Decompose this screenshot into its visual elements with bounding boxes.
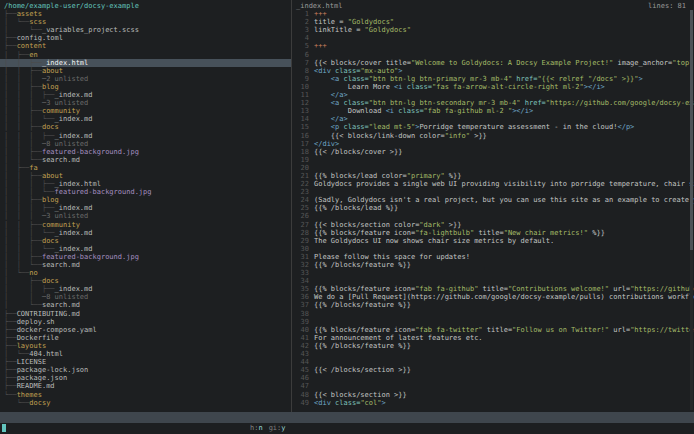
code-segment: ></i> (512, 107, 533, 115)
tree-item-label: _index.md (55, 115, 93, 123)
tree-row[interactable]: │ │ ├──featured-background.jpg (0, 253, 291, 261)
code-segment: "Goldydocs" (365, 26, 411, 34)
tree-guides: │ │ ├── (4, 59, 42, 67)
code-segment: Goldydocs provides a single web UI provi… (314, 180, 694, 188)
code-line: 20 (292, 164, 694, 172)
line-number: 9 (296, 75, 309, 83)
code-segment: href= (512, 75, 537, 83)
tree-root-path[interactable]: /home/example-user/docsy-example (0, 2, 291, 10)
code-segment: Learn More (314, 83, 394, 91)
tree-row[interactable]: │ │ │ ├──_index.md (0, 132, 291, 140)
tree-row[interactable]: └──docsy (0, 399, 291, 407)
tree-row[interactable]: ├──CONTRIBUTING.md (0, 310, 291, 318)
panels: /home/example-user/docsy-example├──asset… (0, 0, 694, 412)
code-segment: {{% blocks/feature icon= (314, 326, 415, 334)
tree-row[interactable]: │ │ ├──docs (0, 123, 291, 131)
tree-item-label: _index.md (55, 285, 93, 293)
preview-scrollbar-thumb[interactable] (690, 10, 693, 250)
tree-item-label: _index.md (55, 229, 93, 237)
tree-row[interactable]: │ │ ├──blog (0, 196, 291, 204)
tree-row[interactable]: │ ├──docs (0, 277, 291, 285)
tree-row[interactable]: │ └──404.html (0, 350, 291, 358)
code-segment: "Goldydocs" (348, 18, 394, 26)
tree-row[interactable]: │ │ │ ├──_index.md (0, 204, 291, 212)
tree-row[interactable]: │ ├──fa (0, 164, 291, 172)
code-segment (314, 75, 331, 83)
tree-row[interactable]: │ │ ├──_index.html (0, 59, 291, 67)
tree-row[interactable]: │ │ │ ─3 unlisted (0, 99, 291, 107)
tree-row[interactable]: │ │ ├──community (0, 221, 291, 229)
code-line: 21{{% blocks/lead color="primary" %}} (292, 172, 694, 180)
tree-row[interactable]: │ └──search.md (0, 301, 291, 309)
code-line: 12 <a class="btn btn-lg btn-secondary mr… (292, 99, 694, 107)
tree-row[interactable]: │ └──_variables_project.scss (0, 26, 291, 34)
tree-row[interactable]: │ │ ├──docs (0, 237, 291, 245)
tree-row[interactable]: ├──Dockerfile (0, 334, 291, 342)
tree-row[interactable]: │ │ ─8 unlisted (0, 293, 291, 301)
search-input[interactable]: h:ngi:y (0, 423, 694, 434)
tree-row[interactable]: ├──config.toml (0, 34, 291, 42)
tree-row[interactable]: ├──content (0, 42, 291, 50)
line-number: 10 (296, 83, 309, 91)
tree-row[interactable]: │ │ │ └──_index.md (0, 115, 291, 123)
tree-row[interactable]: │ │ │ ├──_index.md (0, 91, 291, 99)
line-number: 13 (296, 107, 309, 115)
tree-guides: ├── (4, 382, 17, 390)
tree-row[interactable]: │ │ ├──about (0, 172, 291, 180)
tree-row[interactable]: ├──package.json (0, 374, 291, 382)
tree-guides: │ │ ├── (4, 83, 42, 91)
tree-row[interactable]: │ │ ├──featured-background.jpg (0, 148, 291, 156)
tree-item-label: CONTRIBUTING.md (17, 310, 80, 318)
code-line: 7{{< blocks/cover title="Welcome to Gold… (292, 59, 694, 67)
tree-row[interactable]: ├──README.md (0, 382, 291, 390)
tree-row[interactable]: │ │ │ ─3 unlisted (0, 212, 291, 220)
preview-code: 1+++2title = "Goldydocs"3linkTitle = "Go… (292, 10, 694, 407)
code-segment: %}} (588, 229, 605, 237)
tree-row[interactable]: └──themes (0, 391, 291, 399)
code-segment: The Goldydocs UI now shows chair size me… (314, 237, 554, 245)
tree-row[interactable]: ├──LICENSE (0, 358, 291, 366)
code-line: 41For announcement of latest features et… (292, 334, 694, 342)
line-number: 49 (296, 399, 309, 407)
tree-row[interactable]: │ │ │ ─8 unlisted (0, 140, 291, 148)
tree-item-label: _index.html (42, 59, 88, 67)
code-line: 17</div> (292, 140, 694, 148)
tree-row[interactable]: │ │ ├──community (0, 107, 291, 115)
tree-row[interactable]: ├──layouts (0, 342, 291, 350)
line-number: 32 (296, 261, 309, 269)
tree-item-label: README.md (17, 382, 55, 390)
code-segment: "Follow us on Twitter!" (512, 326, 609, 334)
tree-row[interactable]: │ │ │ └──featured-background.jpg (0, 188, 291, 196)
tree-row[interactable]: │ │ ├──about (0, 67, 291, 75)
tree-row[interactable]: │ │ ├──blog (0, 83, 291, 91)
tree-row[interactable]: │ └──scss (0, 18, 291, 26)
tree-row[interactable]: │ ├──en (0, 51, 291, 59)
code-line: 15 <p class="lead mt-5">Porridge tempera… (292, 123, 694, 131)
tree-row[interactable]: │ │ └──search.md (0, 156, 291, 164)
tree-row[interactable]: ├──package-lock.json (0, 366, 291, 374)
tree-row[interactable]: │ │ │ └──_index.md (0, 229, 291, 237)
tree-row[interactable]: │ │ │ └──_index.md (0, 245, 291, 253)
tree-row[interactable]: │ │ ├──_index.md (0, 285, 291, 293)
line-number: 34 (296, 277, 309, 285)
line-number: 14 (296, 115, 309, 123)
tree-item-label: about (42, 67, 63, 75)
line-number: 21 (296, 172, 309, 180)
line-number: 20 (296, 164, 309, 172)
code-segment (314, 115, 331, 123)
tree-row[interactable]: ├──docker-compose.yaml (0, 326, 291, 334)
tree-row[interactable]: ├──deploy.sh (0, 318, 291, 326)
tree-row[interactable]: │ │ │ ─2 unlisted (0, 75, 291, 83)
tree-item-label: docs (42, 277, 59, 285)
line-number: 6 (296, 51, 309, 59)
code-line: 38 (292, 310, 694, 318)
tree-row[interactable]: │ │ │ ├──_index.html (0, 180, 291, 188)
code-segment: class= (403, 83, 433, 91)
tree-row[interactable]: │ │ └──search.md (0, 261, 291, 269)
code-segment: title= (474, 229, 504, 237)
tree-row[interactable]: ├──assets (0, 10, 291, 18)
code-segment: "fab fa-github ml-2 " (424, 107, 513, 115)
preview-scrollbar[interactable] (690, 10, 693, 410)
tree-item-label: content (17, 42, 47, 50)
tree-row[interactable]: │ └──no (0, 269, 291, 277)
